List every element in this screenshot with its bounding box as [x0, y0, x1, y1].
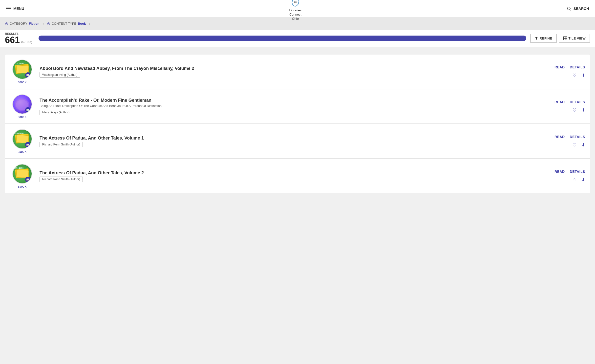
details-button[interactable]: DETAILS	[570, 100, 585, 104]
filter-separator: ›	[42, 21, 44, 26]
book-type-badge: 📖	[25, 72, 31, 78]
book-type-label: BOOK	[18, 81, 27, 84]
book-cover-bg: 📖	[13, 95, 32, 114]
logo-line3: Ohio	[292, 17, 299, 20]
remove-content-type-icon[interactable]: ⊗	[47, 21, 50, 26]
results-progress-bar	[39, 36, 526, 41]
favorite-icon[interactable]: ♡	[573, 142, 576, 148]
results-actions: REFINE TILE VIEW	[530, 34, 590, 43]
book-card: 1774-1850 📖 BOOK Abbotsford And Newstead…	[5, 55, 590, 89]
book-type-label: BOOK	[18, 185, 27, 188]
search-icon	[567, 6, 572, 11]
read-button[interactable]: READ	[554, 135, 565, 139]
book-list: 1774-1850 📖 BOOK Abbotsford And Newstead…	[0, 55, 595, 193]
book-type-label: BOOK	[18, 116, 27, 119]
details-button[interactable]: DETAILS	[570, 135, 585, 139]
svg-line-2	[570, 9, 571, 11]
book-card: 1774-1850 📖 BOOK The Actress Of Padua, A…	[5, 124, 590, 159]
grid-icon	[563, 36, 567, 40]
favorite-icon[interactable]: ♡	[573, 73, 576, 78]
favorite-icon[interactable]: ♡	[573, 107, 576, 113]
spacer	[0, 47, 595, 55]
book-actions-top: READ DETAILS	[554, 100, 585, 104]
download-icon[interactable]: ⬇	[581, 107, 585, 113]
book-info: The Actress Of Padua, And Other Tales, V…	[40, 136, 536, 147]
book-actions: READ DETAILS ♡ ⬇	[541, 170, 585, 182]
tileview-label: TILE VIEW	[569, 37, 586, 40]
svg-rect-5	[565, 37, 567, 38]
book-author-tag: Richard Penn Smith (Author)	[40, 177, 83, 182]
results-time: (0.19 s)	[21, 40, 32, 44]
book-type-badge: 📖	[25, 142, 31, 147]
results-number: 661	[5, 36, 20, 44]
download-icon[interactable]: ⬇	[581, 73, 585, 78]
menu-label: MENU	[13, 6, 24, 11]
book-actions: READ DETAILS ♡ ⬇	[541, 135, 585, 148]
tileview-button[interactable]: TILE VIEW	[559, 34, 590, 43]
book-actions-bottom: ♡ ⬇	[573, 107, 585, 113]
refine-button[interactable]: REFINE	[530, 34, 557, 43]
download-icon[interactable]: ⬇	[581, 142, 585, 148]
details-button[interactable]: DETAILS	[570, 170, 585, 174]
svg-marker-3	[535, 37, 538, 40]
book-author-tag: Richard Penn Smith (Author)	[40, 142, 83, 147]
logo-line1: Libraries	[289, 8, 301, 12]
book-author-tag: Mary Davys (Author)	[40, 110, 72, 115]
book-actions-bottom: ♡ ⬇	[573, 142, 585, 148]
book-cover-wrap: 1774-1850 📖 BOOK	[10, 164, 35, 188]
details-button[interactable]: DETAILS	[570, 65, 585, 69]
download-icon[interactable]: ⬇	[581, 177, 585, 182]
search-label: SEARCH	[574, 6, 589, 11]
book-cover-bg: 1774-1850 📖	[13, 164, 32, 183]
book-cover: 1774-1850 📖	[12, 60, 32, 79]
favorite-icon[interactable]: ♡	[573, 177, 576, 182]
hamburger-icon	[6, 7, 11, 10]
category-filter-chip: ⊗ CATEGORY Fiction	[5, 21, 39, 26]
book-actions-bottom: ♡ ⬇	[573, 177, 585, 182]
results-count: RESULTS 661 (0.19 s)	[5, 32, 35, 44]
remove-category-icon[interactable]: ⊗	[5, 21, 8, 26]
svg-point-1	[567, 7, 570, 10]
read-button[interactable]: READ	[554, 65, 565, 69]
svg-rect-7	[565, 39, 567, 40]
category-filter-label: CATEGORY	[10, 22, 27, 25]
logo-line2: Connect	[289, 13, 301, 16]
ohio-logo-icon: OH	[289, 0, 301, 8]
book-type-badge: 📖	[25, 107, 31, 113]
book-actions-top: READ DETAILS	[554, 135, 585, 139]
svg-rect-6	[563, 39, 565, 40]
book-info: Abbotsford And Newstead Abbey, From The …	[40, 66, 536, 78]
book-cover-bg: 1774-1850 📖	[13, 60, 32, 79]
read-button[interactable]: READ	[554, 100, 565, 104]
filter-separator-2: ›	[89, 21, 90, 26]
book-actions: READ DETAILS ♡ ⬇	[541, 65, 585, 78]
svg-text:OH: OH	[294, 1, 297, 3]
book-cover-wrap: 1774-1850 📖 BOOK	[10, 60, 35, 84]
book-type-badge: 📖	[25, 177, 31, 182]
category-filter-value: Fiction	[29, 22, 40, 25]
book-type-label: BOOK	[18, 150, 27, 153]
book-title: The Actress Of Padua, And Other Tales, V…	[40, 136, 536, 141]
book-cover: 1774-1850 📖	[12, 164, 32, 184]
book-title: The Actress Of Padua, And Other Tales, V…	[40, 170, 536, 176]
menu-button[interactable]: MENU	[6, 6, 24, 11]
refine-label: REFINE	[540, 37, 552, 40]
book-actions: READ DETAILS ♡ ⬇	[541, 100, 585, 113]
search-button[interactable]: SEARCH	[567, 6, 589, 11]
book-actions-top: READ DETAILS	[554, 65, 585, 69]
book-card: 1774-1850 📖 BOOK The Actress Of Padua, A…	[5, 159, 590, 193]
book-card: 📖 BOOK The Accomplish'd Rake - Or, Moder…	[5, 89, 590, 124]
book-title: The Accomplish'd Rake - Or, Modern Fine …	[40, 98, 536, 103]
site-logo: OH Libraries Connect Ohio	[289, 0, 301, 21]
content-type-filter-value: Book	[78, 22, 86, 25]
book-cover: 1774-1850 📖	[12, 129, 32, 149]
book-cover: 📖	[12, 94, 32, 114]
filter-icon	[535, 37, 538, 40]
book-author-tag: Washington Irving (Author)	[40, 72, 80, 78]
book-cover-wrap: 1774-1850 📖 BOOK	[10, 129, 35, 153]
book-info: The Accomplish'd Rake - Or, Modern Fine …	[40, 98, 536, 115]
content-type-filter-chip: ⊗ CONTENT TYPE Book	[47, 21, 86, 26]
book-cover-bg: 1774-1850 📖	[13, 130, 32, 148]
book-info: The Actress Of Padua, And Other Tales, V…	[40, 170, 536, 182]
read-button[interactable]: READ	[554, 170, 565, 174]
